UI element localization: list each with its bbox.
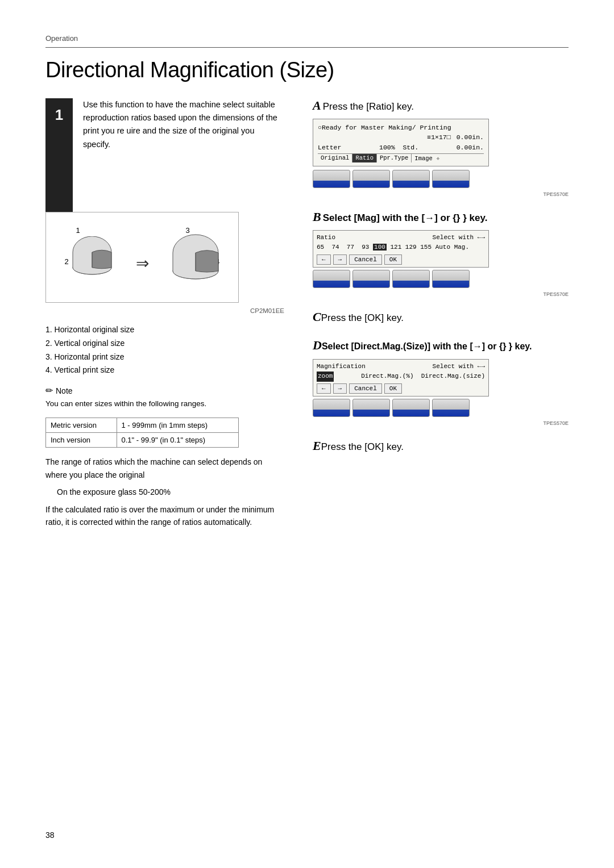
lcd-a-row3: Letter 100% Std. 0.00in.: [318, 143, 484, 152]
mag-values-row: zoom Direct.Mag.(%) Direct.Mag.(size): [317, 372, 485, 382]
diagram-label-2: 2: [65, 257, 69, 266]
step-c-letter: C: [313, 310, 321, 324]
right-column: A Press the [Ratio] key. ○Ready for Mast…: [313, 98, 569, 466]
divider-top: [45, 47, 569, 48]
mag-nav-ok[interactable]: OK: [384, 383, 402, 394]
tpe-label-b: TPES570E: [313, 291, 569, 297]
list-item-3: 3. Horizontal print size: [45, 350, 284, 364]
range-table: Metric version 1 - 999mm (in 1mm steps) …: [45, 418, 239, 448]
step-b-fn-buttons: [313, 270, 569, 288]
lcd-a-letter: Letter: [318, 143, 341, 152]
step-d-heading: DSelect [Direct.Mag.(Size)] with the [→]…: [313, 337, 569, 354]
pie-group-right: 3 4: [169, 226, 220, 289]
body-text-1: The range of ratios which the machine ca…: [45, 456, 284, 481]
diagram-inner: 1 2 ⇒: [46, 212, 238, 302]
section-number: 1: [55, 106, 63, 124]
ratio-nav-row: ← → Cancel OK: [317, 253, 485, 265]
list-item-4: 4. Vertical print size: [45, 364, 284, 377]
step-e-text: Press the [OK] key.: [321, 441, 404, 452]
table-row-2: Inch version 0.1" - 99.9" (in 0.1" steps…: [46, 433, 239, 448]
fn-btn-b4[interactable]: [432, 270, 470, 288]
mag-header-row: Magnification Select with ←→: [317, 362, 485, 372]
fn-btn-a4[interactable]: [432, 170, 470, 188]
fn-btn-b2[interactable]: [352, 270, 390, 288]
fn-btn-d2[interactable]: [352, 399, 390, 417]
lcd-a-mid: 100% Std.: [379, 143, 418, 152]
step-a-letter: A: [313, 98, 321, 113]
ratio-values: 65 74 77 93 100 121 129 155 Auto Mag.: [317, 243, 469, 253]
ratio-nav-right[interactable]: →: [333, 254, 347, 265]
ratio-nav-cancel[interactable]: Cancel: [349, 254, 382, 265]
fn-btn-a1[interactable]: [313, 170, 350, 188]
intro-section: 1 Use this function to have the machine …: [45, 98, 284, 212]
range-value-2: 0.1" - 99.9" (in 0.1" steps): [117, 433, 239, 448]
lcd-tab-pprtype: Ppr.Type: [377, 154, 412, 162]
lcd-a-tabs: Original Ratio Ppr.Type Image ✧: [318, 153, 484, 162]
fn-btn-a3[interactable]: [392, 170, 430, 188]
step-d-lcd: Magnification Select with ←→ zoom Direct…: [313, 359, 489, 397]
step-d-letter: D: [313, 338, 322, 352]
step-e-section: EPress the [OK] key.: [313, 439, 569, 453]
arrow-symbol: ⇒: [136, 243, 149, 273]
fn-btn-a2[interactable]: [352, 170, 390, 188]
diagram-caption: CP2M01EE: [45, 307, 284, 314]
mag-select-label: Select with ←→: [433, 362, 485, 372]
step-c-section: CPress the [OK] key.: [313, 310, 569, 324]
mag-nav-cancel[interactable]: Cancel: [349, 383, 382, 394]
breadcrumb: Operation: [45, 34, 569, 43]
ratio-header-row: Ratio Select with ←→: [317, 233, 485, 243]
step-e-heading: EPress the [OK] key.: [313, 439, 569, 453]
note-label: Note: [56, 386, 73, 395]
lcd-a-row1: ○Ready for Master Making/ Printing: [318, 123, 484, 132]
step-d-text: Select [Direct.Mag.(Size)] with the [→] …: [322, 341, 532, 351]
note-text: You can enter sizes within the following…: [45, 398, 284, 410]
step-c-heading: CPress the [OK] key.: [313, 310, 569, 324]
step-b-lcd: Ratio Select with ←→ 65 74 77 93 100 121…: [313, 230, 489, 268]
note-title: ✏ Note: [45, 385, 284, 396]
section-number-badge: 1: [45, 98, 73, 212]
body-text-2: On the exposure glass 50-200%: [57, 486, 284, 498]
step-b-heading: B Select [Mag] with the [→] or {} } key.: [313, 210, 569, 224]
step-a-text: Press the [Ratio] key.: [323, 101, 414, 112]
step-e-letter: E: [313, 439, 321, 453]
range-label-2: Inch version: [46, 433, 117, 448]
pie-group-left: 1 2: [65, 226, 116, 289]
pie-svg-right: [170, 234, 221, 285]
step-b-text: Select [Mag] with the [→] or {} } key.: [323, 212, 488, 224]
mag-nav-left[interactable]: ←: [317, 383, 331, 394]
lcd-a-line2-mid: ≡1×17□: [427, 132, 450, 142]
page-number: 38: [45, 831, 55, 840]
step-d-fn-buttons: [313, 399, 569, 417]
fn-btn-d3[interactable]: [392, 399, 430, 417]
page: Operation Directional Magnification (Siz…: [0, 0, 614, 868]
ratio-select-label: Select with ←→: [433, 233, 485, 243]
list-item-1: 1. Horizontal original size: [45, 323, 284, 337]
left-column: 1 Use this function to have the machine …: [45, 98, 284, 533]
mag-nav-row: ← → Cancel OK: [317, 382, 485, 394]
ratio-nav-left[interactable]: ←: [317, 254, 331, 265]
diagram: 1 2 ⇒: [45, 212, 239, 303]
step-c-text: Press the [OK] key.: [321, 312, 404, 323]
step-a-section: A Press the [Ratio] key. ○Ready for Mast…: [313, 98, 569, 197]
mag-options: Direct.Mag.(%) Direct.Mag.(size): [361, 372, 485, 382]
step-a-lcd: ○Ready for Master Making/ Printing ≡1×17…: [313, 119, 489, 166]
note-icon: ✏: [45, 385, 53, 396]
intro-text: Use this function to have the machine se…: [83, 98, 283, 151]
fn-btn-b1[interactable]: [313, 270, 350, 288]
note-section: ✏ Note You can enter sizes within the fo…: [45, 385, 284, 410]
mag-label: Magnification: [317, 362, 366, 372]
lcd-a-right: 0.00in.: [457, 143, 484, 152]
fn-btn-b3[interactable]: [392, 270, 430, 288]
lcd-tab-image: Image ✧: [412, 154, 442, 162]
mag-nav-right[interactable]: →: [333, 383, 347, 394]
step-a-heading: A Press the [Ratio] key.: [313, 98, 569, 113]
table-row-1: Metric version 1 - 999mm (in 1mm steps): [46, 418, 239, 433]
content-area: 1 Use this function to have the machine …: [45, 98, 569, 533]
ratio-values-row: 65 74 77 93 100 121 129 155 Auto Mag.: [317, 243, 485, 253]
tpe-label-a: TPES570E: [313, 191, 569, 197]
lcd-tab-ratio: Ratio: [352, 154, 377, 162]
fn-btn-d4[interactable]: [432, 399, 470, 417]
fn-btn-d1[interactable]: [313, 399, 350, 417]
ratio-nav-ok[interactable]: OK: [384, 254, 402, 265]
lcd-a-line2-right: 0.00in.: [457, 132, 484, 142]
